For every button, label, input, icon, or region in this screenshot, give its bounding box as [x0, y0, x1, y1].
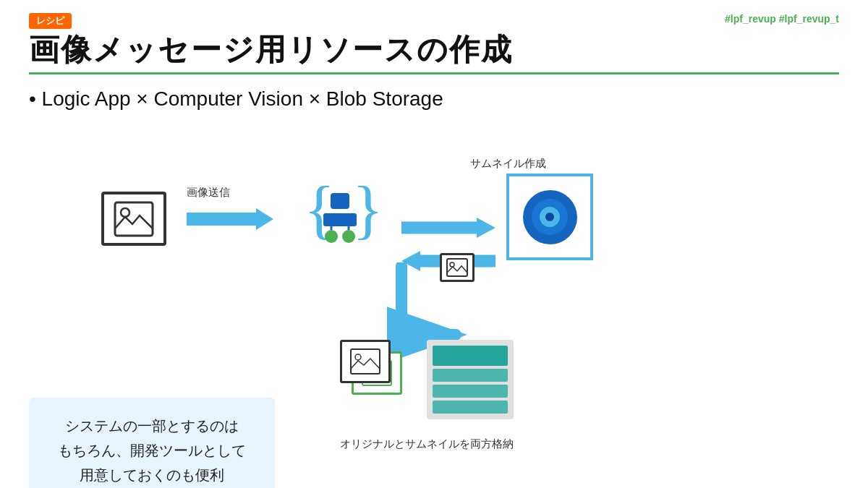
bottom-label: オリジナルとサムネイルを両方格納: [340, 437, 514, 451]
page-title: 画像メッセージ用リソースの作成: [29, 33, 839, 67]
image-source-icon: [101, 192, 166, 246]
image-file-stack: [340, 340, 404, 394]
logic-app-icon: { }: [300, 177, 380, 257]
svg-rect-0: [115, 202, 153, 236]
diagram: 画像送信 { } サムネイル作成: [0, 134, 868, 488]
svg-rect-4: [331, 193, 349, 209]
thumbnail-label: サムネイル作成: [470, 157, 546, 171]
svg-rect-15: [351, 349, 380, 374]
recipe-badge: レシピ: [29, 13, 72, 29]
hashtags: #lpf_revup #lpf_revup_t: [725, 13, 839, 25]
send-arrow: [187, 208, 273, 230]
info-text: システムの一部とするのはもちろん、開発ツールとして用意しておくのも便利: [58, 418, 246, 483]
svg-point-7: [342, 230, 355, 243]
svg-text:}: }: [352, 177, 380, 245]
blob-storage-icon: [427, 340, 514, 419]
svg-point-6: [325, 230, 338, 243]
computer-vision-icon: [506, 174, 593, 260]
header: レシピ 画像メッセージ用リソースの作成 #lpf_revup #lpf_revu…: [0, 0, 868, 74]
svg-point-1: [121, 208, 129, 217]
title-underline: [29, 72, 839, 74]
svg-point-16: [355, 354, 361, 360]
svg-rect-5: [323, 213, 357, 226]
subtitle: • Logic App × Computer Vision × Blob Sto…: [0, 74, 868, 111]
send-label: 画像送信: [187, 186, 230, 200]
info-box: システムの一部とするのはもちろん、開発ツールとして用意しておくのも便利: [29, 398, 275, 488]
